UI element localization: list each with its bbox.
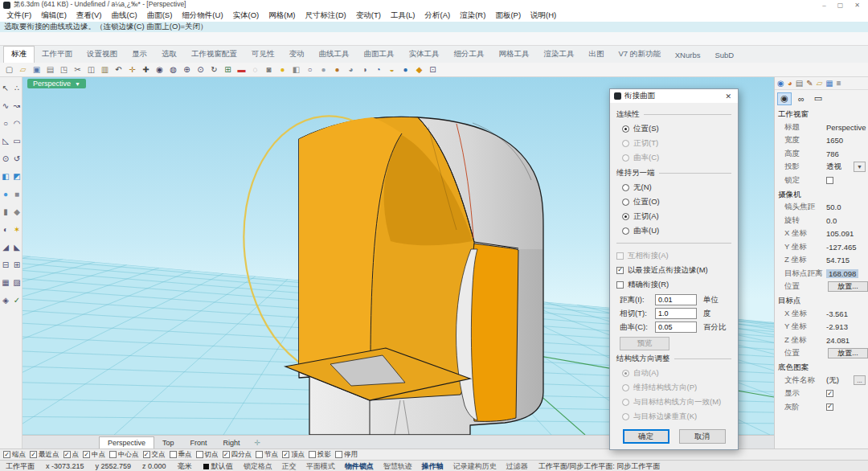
cancel-button[interactable]: 取消	[679, 429, 726, 444]
dialog-close-icon[interactable]: ✕	[723, 92, 734, 100]
checkbox-icon[interactable]: ✓	[616, 267, 624, 274]
viewport-layout-icon[interactable]: ✛	[255, 439, 261, 448]
toolbar-tab-网格工具[interactable]: 网格工具	[492, 47, 537, 63]
xray-display-icon[interactable]: ◑	[358, 63, 371, 76]
fillet-tool-icon[interactable]: ◢	[0, 238, 11, 256]
panel-row-value[interactable]: 1650	[826, 136, 843, 145]
osnap-checkbox-6[interactable]	[170, 451, 177, 458]
library-tab-icon[interactable]: ▱	[817, 79, 823, 88]
osnap-checkbox-8[interactable]: ✓	[223, 451, 230, 458]
control-curve-tool-icon[interactable]: ↝	[11, 96, 23, 114]
checkbox-icon[interactable]	[616, 281, 624, 289]
rendered-display-icon[interactable]: ●	[330, 63, 344, 76]
toolbar-tab-XNurbs[interactable]: XNurbs	[668, 48, 708, 63]
select-tool-icon[interactable]: ↖	[0, 79, 11, 96]
group-tool-icon[interactable]: ▨	[11, 273, 23, 291]
panel-menu-icon[interactable]: ≡	[837, 79, 841, 88]
solid-tools-icon[interactable]: ◆	[11, 203, 23, 220]
toolbar-tab-V7 的新功能[interactable]: V7 的新功能	[612, 47, 668, 63]
panel-row-value[interactable]: 24.081	[826, 336, 850, 345]
material-editor-icon[interactable]: ◆	[412, 63, 426, 76]
place-button[interactable]: 放置...	[828, 348, 868, 358]
split-tool-icon[interactable]: ⊞	[11, 256, 23, 273]
menu-item-10[interactable]: 工具(L)	[386, 10, 420, 21]
print-icon[interactable]: ▤	[43, 63, 57, 76]
menu-item-5[interactable]: 细分物件(U)	[177, 10, 227, 21]
pan-icon[interactable]: ✛	[125, 63, 139, 76]
trim-tool-icon[interactable]: ⊟	[0, 256, 11, 273]
menu-item-2[interactable]: 查看(V)	[72, 10, 107, 21]
radio-icon[interactable]	[622, 199, 629, 206]
toolbar-tab-渲染工具[interactable]: 渲染工具	[537, 47, 582, 63]
zoom-dynamic-icon[interactable]: ◉	[153, 63, 166, 76]
ellipse-tool-icon[interactable]: ⊙	[0, 149, 11, 167]
place-button[interactable]: 放置...	[828, 281, 868, 292]
menu-item-4[interactable]: 曲面(S)	[142, 10, 178, 21]
polyline-tool-icon[interactable]: ◺	[0, 132, 11, 149]
osnap-checkbox-4[interactable]	[109, 451, 117, 458]
dialog-radio-1-2[interactable]: 正切(A)	[616, 209, 731, 223]
status-toggle-4[interactable]: 智慧轨迹	[379, 461, 417, 471]
osnap-checkbox-2[interactable]: ✓	[63, 451, 71, 458]
dialog-radio-1-0[interactable]: 无(N)	[616, 180, 731, 195]
scale-tool-icon[interactable]: ◈	[0, 291, 11, 309]
viewport-properties-icon[interactable]: ◉	[777, 92, 792, 105]
viewport-tab-perspective[interactable]: Perspective	[99, 436, 154, 448]
toolbar-tab-出图[interactable]: 出图	[582, 47, 612, 63]
minimize-button[interactable]: –	[822, 2, 825, 9]
eraser-icon[interactable]: ▬	[235, 63, 248, 76]
wallpaper-icon[interactable]: ▭	[811, 92, 825, 105]
panel-row-value[interactable]: 54.715	[826, 256, 850, 264]
cut-icon[interactable]: ✂	[71, 63, 84, 76]
save-icon[interactable]: ▣	[30, 63, 43, 76]
close-button[interactable]: ✕	[854, 2, 860, 9]
viewport-tab-front[interactable]: Front	[182, 437, 215, 448]
status-toggle-1[interactable]: 正交	[277, 461, 301, 471]
dialog-check-2[interactable]: 精确衔接(R)	[616, 277, 731, 292]
command-prompt[interactable]: 选取要衔接的曲线或边缘。（连锁边缘(C) 曲面上(O)=关闭）	[0, 22, 868, 32]
move-icon[interactable]: ✚	[139, 63, 153, 76]
osnap-checkbox-12[interactable]	[335, 451, 342, 458]
osnap-12[interactable]: 停用	[335, 450, 358, 460]
layers-tab-icon[interactable]: ▤	[796, 79, 803, 88]
toolbar-tab-选取[interactable]: 选取	[154, 47, 184, 63]
analyze-tool-icon[interactable]: ✓	[11, 291, 23, 309]
lock-object-icon[interactable]: ◙	[262, 63, 276, 76]
panel-row-value[interactable]: 105.091	[826, 229, 854, 238]
shaded-display-icon[interactable]: ●	[317, 63, 330, 76]
osnap-checkbox-0[interactable]: ✓	[3, 451, 10, 458]
toolbar-tab-工作平面[interactable]: 工作平面	[35, 47, 80, 63]
menu-item-7[interactable]: 网格(M)	[264, 10, 300, 21]
point-tool-icon[interactable]: ∴	[11, 79, 23, 96]
chamfer-tool-icon[interactable]: ◣	[11, 238, 23, 256]
ghosted-display-icon[interactable]: ◕	[344, 63, 358, 76]
offset-tool-icon[interactable]: ↺	[11, 149, 23, 167]
osnap-2[interactable]: ✓点	[63, 450, 80, 460]
osnap-checkbox-11[interactable]	[309, 451, 316, 458]
osnap-checkbox-10[interactable]: ✓	[282, 451, 289, 458]
viewport-tab-right[interactable]: Right	[215, 437, 248, 448]
osnap-checkbox-3[interactable]: ✓	[83, 451, 90, 458]
osnap-6[interactable]: 垂点	[170, 450, 192, 460]
properties-tab-icon[interactable]: ◉	[777, 79, 784, 88]
paste-icon[interactable]: ▥	[98, 63, 112, 76]
panel-row-value[interactable]: 50.0	[826, 203, 841, 211]
panel-row-value[interactable]: (无)	[826, 375, 839, 386]
toolbar-tab-可见性[interactable]: 可见性	[244, 47, 282, 63]
grid-options-icon[interactable]: ⊡	[426, 63, 440, 76]
join-tool-icon[interactable]: ▦	[0, 273, 11, 291]
viewport-title-pill[interactable]: Perspective ▼	[27, 79, 86, 88]
menu-item-14[interactable]: 说明(H)	[526, 10, 561, 21]
rendering-tab-icon[interactable]: ✎	[806, 79, 813, 88]
toolbar-tab-显示[interactable]: 显示	[125, 47, 154, 63]
open-file-icon[interactable]: ▱	[16, 63, 30, 76]
osnap-1[interactable]: ✓最近点	[30, 450, 59, 460]
field-input[interactable]: 0.01	[655, 294, 697, 305]
toolbar-tab-曲面工具[interactable]: 曲面工具	[357, 47, 402, 63]
dialog-radio-1-1[interactable]: 位置(O)	[616, 195, 731, 209]
globe-icon[interactable]: ●	[399, 63, 412, 76]
radio-icon[interactable]	[622, 184, 629, 191]
boolean-union-icon[interactable]: ◐	[0, 220, 11, 238]
toolbar-tab-工作视窗配置[interactable]: 工作视窗配置	[184, 47, 244, 63]
radio-icon[interactable]	[622, 227, 629, 235]
